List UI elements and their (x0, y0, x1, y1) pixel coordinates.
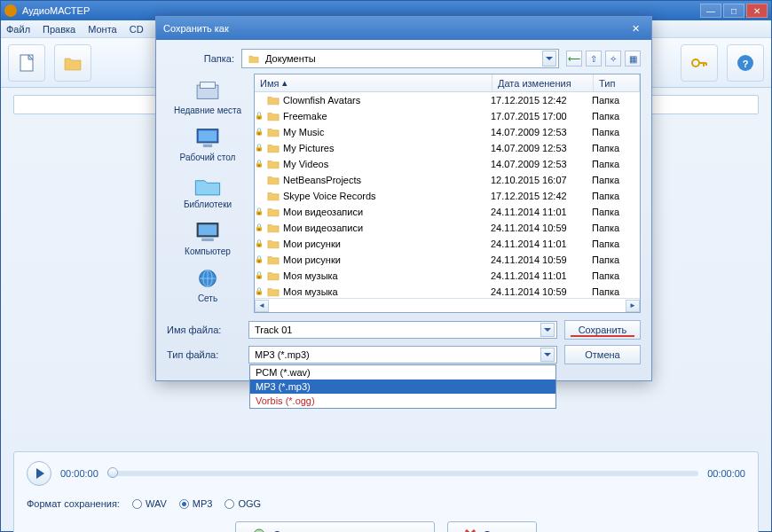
help-icon: ? (735, 52, 756, 74)
svg-text:?: ? (743, 59, 749, 69)
file-row[interactable]: 🔒Мои видеозаписи24.11.2014 10:59Папка (255, 220, 640, 236)
nav-up-icon[interactable]: ⇧ (586, 51, 602, 66)
column-name[interactable]: Имя ▴ (255, 74, 492, 91)
file-row[interactable]: 🔒My Videos14.07.2009 12:53Папка (255, 156, 640, 172)
column-date[interactable]: Дата изменения (492, 74, 594, 91)
folder-icon (267, 94, 280, 106)
file-row[interactable]: 🔒My Pictures14.07.2009 12:53Папка (255, 140, 640, 156)
filetype-dropdown-list: PCM (*.wav)MP3 (*.mp3)Vorbis (*.ogg) (249, 364, 556, 409)
scroll-left-arrow[interactable]: ◄ (255, 300, 269, 312)
filename-input[interactable]: Track 01 (248, 321, 557, 339)
dialog-close-button[interactable]: ✕ (626, 20, 644, 36)
file-row[interactable]: 🔒Мои рисунки24.11.2014 11:01Папка (255, 236, 640, 252)
folder-value: Документы (265, 53, 316, 64)
folder-icon (267, 142, 280, 154)
file-row[interactable]: Skype Voice Records17.12.2015 12:42Папка (255, 188, 640, 204)
dialog-title: Сохранить как (163, 23, 626, 34)
horizontal-scrollbar[interactable]: ◄ ► (255, 298, 640, 312)
save-button[interactable]: Сохранить (564, 320, 641, 340)
svg-rect-12 (199, 224, 217, 235)
folder-icon (267, 158, 280, 170)
help-button[interactable]: ? (727, 44, 764, 82)
menu-file[interactable]: Файл (6, 24, 30, 35)
scroll-right-arrow[interactable]: ► (626, 300, 640, 312)
file-row[interactable]: 🔒Моя музыка24.11.2014 11:01Папка (255, 268, 640, 284)
libraries-icon (193, 171, 223, 198)
nav-view-icon[interactable]: ▦ (625, 51, 641, 66)
place-libraries[interactable]: Библиотеки (170, 169, 245, 211)
nav-back-icon[interactable]: ⟵ (566, 51, 582, 66)
format-wav-radio[interactable]: WAV (132, 498, 167, 509)
minimize-button[interactable]: — (700, 4, 721, 18)
file-row[interactable]: 🔒Моя музыка24.11.2014 10:59Папка (255, 284, 640, 298)
folder-icon (267, 206, 280, 218)
maximize-button[interactable]: □ (723, 4, 744, 18)
time-elapsed: 00:00:00 (60, 468, 98, 479)
folder-icon (267, 222, 280, 234)
filetype-option[interactable]: Vorbis (*.ogg) (250, 394, 555, 408)
lock-icon: 🔒 (255, 223, 264, 232)
folder-icon (267, 174, 280, 186)
nav-icons: ⟵ ⇧ ✧ ▦ (566, 51, 641, 66)
lock-icon: 🔒 (255, 271, 264, 280)
place-desktop[interactable]: Рабочий стол (170, 122, 245, 164)
filetype-option[interactable]: PCM (*.wav) (250, 365, 555, 379)
place-recent[interactable]: Недавние места (170, 75, 245, 117)
svg-rect-10 (203, 145, 212, 147)
folder-dropdown-arrow[interactable] (542, 51, 556, 66)
file-row[interactable]: 🔒Мои рисунки24.11.2014 10:59Папка (255, 252, 640, 268)
cancel-button[interactable]: Отмена (564, 345, 641, 364)
column-type[interactable]: Тип (594, 74, 640, 91)
recent-icon (193, 77, 223, 104)
folder-icon (267, 110, 280, 122)
close-button[interactable]: ✕ (746, 4, 768, 18)
filename-dropdown-arrow[interactable] (540, 323, 555, 337)
seek-thumb[interactable] (107, 467, 118, 478)
cancel-icon (464, 528, 477, 532)
file-row[interactable]: 🔒Мои видеозаписи24.11.2014 11:01Папка (255, 204, 640, 220)
filetype-dropdown-arrow[interactable] (540, 348, 555, 362)
cd-save-icon (252, 528, 266, 532)
place-network[interactable]: Сеть (170, 263, 245, 305)
seek-slider[interactable] (107, 471, 698, 476)
save-tracks-button[interactable]: Сохранить отмеченные треки (235, 521, 435, 532)
lock-icon: 🔒 (255, 287, 264, 296)
player-panel: 00:00:00 00:00:00 Формат сохранения: WAV… (13, 451, 759, 532)
play-button[interactable] (27, 461, 51, 486)
nav-newfolder-icon[interactable]: ✧ (605, 51, 621, 66)
app-icon (4, 4, 17, 17)
filetype-combo[interactable]: MP3 (*.mp3) PCM (*.wav)MP3 (*.mp3)Vorbis… (248, 346, 557, 364)
cancel-tracks-button[interactable]: Отмена (447, 521, 537, 532)
folder-icon (267, 286, 280, 298)
file-list-body[interactable]: Clownfish Avatars17.12.2015 12:42Папка🔒F… (255, 92, 640, 298)
svg-rect-7 (201, 82, 216, 89)
open-file-button[interactable] (54, 44, 91, 82)
file-row[interactable]: Clownfish Avatars17.12.2015 12:42Папка (255, 92, 640, 108)
filetype-option[interactable]: MP3 (*.mp3) (250, 379, 555, 394)
format-ogg-radio[interactable]: OGG (225, 498, 261, 509)
lock-icon: 🔒 (255, 239, 264, 248)
lock-icon: 🔒 (255, 128, 264, 137)
format-label: Формат сохранения: (27, 498, 120, 509)
key-button[interactable] (681, 44, 718, 82)
menu-montage[interactable]: Монта (88, 24, 117, 35)
file-row[interactable]: NetBeansProjects12.10.2015 16:07Папка (255, 172, 640, 188)
new-file-button[interactable] (8, 44, 45, 82)
filename-label: Имя файла: (167, 325, 241, 335)
menu-edit[interactable]: Правка (43, 24, 75, 35)
folder-combo[interactable]: Документы (241, 49, 559, 68)
file-row[interactable]: 🔒My Music14.07.2009 12:53Папка (255, 124, 640, 140)
menu-cd[interactable]: CD (130, 24, 144, 35)
folder-row: Папка: Документы ⟵ ⇧ ✧ ▦ (167, 49, 641, 68)
lock-icon: 🔒 (255, 112, 264, 121)
format-row: Формат сохранения: WAV MP3 OGG (27, 498, 745, 509)
format-mp3-radio[interactable]: MP3 (179, 498, 213, 509)
svg-rect-13 (201, 239, 214, 241)
svg-point-1 (692, 59, 699, 66)
folder-icon (267, 270, 280, 282)
file-list: Имя ▴ Дата изменения Тип Clownfish Avata… (254, 74, 641, 313)
file-row[interactable]: 🔒Freemake17.07.2015 17:00Папка (255, 108, 640, 124)
folder-icon (267, 254, 280, 266)
bottom-buttons: Сохранить отмеченные треки Отмена (27, 521, 745, 532)
place-computer[interactable]: Компьютер (170, 216, 245, 258)
